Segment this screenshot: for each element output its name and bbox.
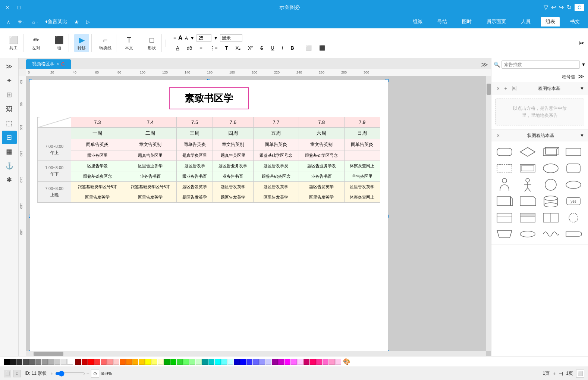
panel-section-2-chevron[interactable]: ▼ [580,133,584,138]
menu-tab-chart[interactable]: 图时 [457,17,476,27]
text-underline2[interactable]: U [268,44,277,52]
color-red1[interactable] [82,359,88,365]
sidebar-tool-expand[interactable]: ≫ [2,60,17,73]
panel-section-1-chevron[interactable]: ▼ [580,86,584,91]
text-bold[interactable]: B [288,44,296,52]
sidebar-tool-table[interactable]: ⊟ [2,131,17,144]
shape-rect-dash[interactable] [495,162,514,175]
tool-shape[interactable]: □ 形状 [144,34,159,52]
color-b3[interactable] [48,359,54,365]
text-strikethrough[interactable]: dб [184,44,195,52]
filter-icon[interactable]: ▼ [581,62,586,67]
maximize-btn[interactable]: □ [15,4,22,11]
menu-tab-number[interactable]: 号结 [433,17,452,27]
shape-rect-split[interactable] [541,211,560,224]
color-yellow[interactable] [145,359,151,365]
color-4d[interactable] [23,359,29,365]
color-red[interactable] [88,359,94,365]
text-subscript[interactable]: X₂ [233,44,243,52]
sidebar-tool-chart2[interactable]: ▦ [2,145,17,158]
color-blue[interactable] [240,359,246,365]
color-33[interactable] [16,359,22,365]
refresh-icon[interactable]: ↻ [567,4,572,11]
color-pink-soft[interactable] [329,359,335,365]
shape-rect-corner[interactable] [518,194,537,208]
shape-rounded-rect[interactable] [495,145,514,159]
tool-connect[interactable]: ⌐ 转换线 [97,34,114,52]
font-size-dropdown[interactable]: ▼ [190,36,194,40]
zoom-reset-btn[interactable]: ⊙ [91,370,99,378]
shape-rect-header[interactable] [518,211,537,224]
shape-circle[interactable] [541,178,560,191]
shape-person[interactable] [495,178,514,191]
sidebar-tool-image[interactable]: 🖼 [2,102,17,116]
text-baseline[interactable]: T [223,44,231,52]
color-cc[interactable] [54,359,60,365]
shape-cylinder[interactable] [541,194,560,208]
color-rose[interactable] [310,359,316,365]
menu-arrow[interactable]: ▷ [83,18,93,26]
update-btn[interactable]: C [575,4,584,11]
color-pink-light2[interactable] [297,359,303,365]
shape-rect-note[interactable] [495,194,514,208]
text-paste-format[interactable]: ⬛ [317,44,328,52]
shape-diamond[interactable] [518,145,537,159]
page-nav-prev[interactable]: ⬜ [4,370,11,377]
panel-section-2-close[interactable]: × [495,132,501,139]
color-amber[interactable] [132,359,138,365]
shape-oval[interactable] [541,162,560,175]
h-scroll-thumb[interactable] [34,352,63,356]
color-80[interactable] [35,359,41,365]
color-purple[interactable] [278,359,284,365]
menu-tab-text[interactable]: 书文 [566,17,584,27]
menu-tab-staff[interactable]: 人員 [516,17,535,27]
undo-icon[interactable]: ↩ [551,4,556,11]
shape-rect-double[interactable] [518,162,537,175]
align-left-icon[interactable]: ≡ [173,35,176,41]
h-scrollbar[interactable] [26,351,486,356]
shape-yes-badge[interactable]: yes [564,194,583,208]
redo-icon[interactable]: ↪ [559,4,564,11]
fullscreen-btn[interactable]: ⬜ [576,370,584,378]
menu-flower[interactable]: ❀ [72,18,82,26]
color-blue-light[interactable] [253,359,259,365]
color-yellow-dark[interactable] [139,359,145,365]
text-list-1[interactable]: ≡ [197,44,205,52]
color-cyan-light[interactable] [221,359,227,365]
close-btn[interactable]: × [4,4,11,11]
menu-shapes[interactable]: ❋ · [15,18,28,26]
color-purple-dark[interactable] [272,359,278,365]
panel-section-1-header[interactable]: × + 回 程图结本基 ▼ [491,82,588,95]
color-darkred[interactable] [75,359,81,365]
panel-copy-btn[interactable]: 回 [510,84,518,93]
tool-move[interactable]: ▶ 转移 [74,34,89,52]
color-cream[interactable] [158,359,164,365]
color-cyan[interactable] [208,359,214,365]
menu-tab-page[interactable]: 員示面页 [482,17,510,27]
color-white[interactable] [67,359,73,365]
color-rose-dark[interactable] [304,359,309,365]
shape-figure[interactable] [518,178,537,191]
color-hot-pink[interactable] [316,359,322,365]
color-red-light[interactable] [94,359,100,365]
color-yellow-light[interactable] [151,359,157,365]
sidebar-tool-link[interactable]: ⚓ [2,159,17,172]
color-pink-mid[interactable] [323,359,328,365]
shape-wave[interactable] [541,227,560,241]
cut-icon[interactable]: ✂ [579,39,584,47]
text-list-2[interactable]: ⋮≡ [207,44,220,52]
shape-oval-wide[interactable] [518,227,537,241]
sidebar-tool-misc[interactable]: ✱ [2,173,17,187]
zoom-slider[interactable] [55,371,85,377]
page-nav-rect[interactable]: □ [13,370,21,377]
color-teal[interactable] [202,359,208,365]
shape-rounded-square[interactable] [564,162,583,175]
color-66[interactable] [29,359,35,365]
color-orange-dark[interactable] [120,359,126,365]
text-italic[interactable]: I [279,44,286,52]
panel-section-2-header[interactable]: × 状图程结本基 ▼ [491,130,588,141]
color-black[interactable] [4,359,10,365]
menu-fish[interactable]: ♦鱼言某比 [42,17,70,27]
color-red-lighter[interactable] [101,359,107,365]
color-green-light[interactable] [183,359,189,365]
